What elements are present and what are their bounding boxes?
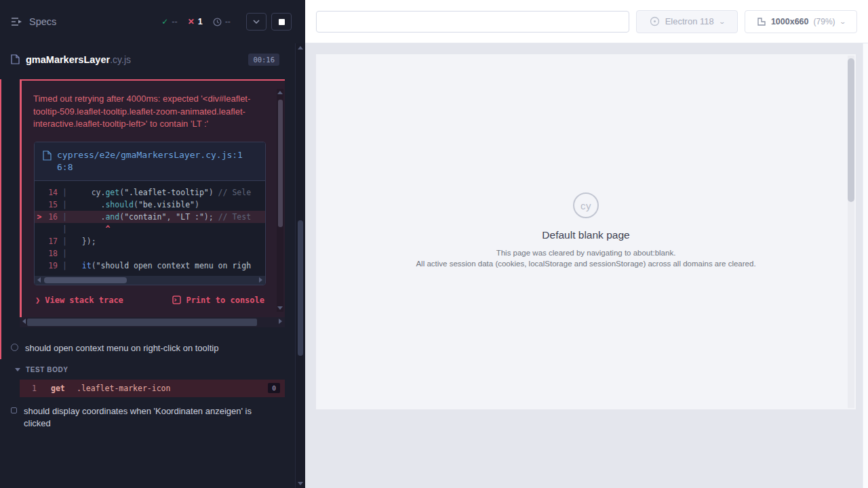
code-file-icon xyxy=(43,150,52,161)
attempt-scrollbar-thumb[interactable] xyxy=(27,319,257,326)
code-frame-header: cypress/e2e/gmaMarkersLayer.cy.js:16:8 xyxy=(35,142,265,181)
code-lines: 14| cy.get(".leaflet-tooltip") // Sele15… xyxy=(35,181,265,273)
error-scrollbar-thumb[interactable] xyxy=(278,100,283,227)
blank-page-description-1: This page was cleared by navigating to a… xyxy=(316,249,856,257)
error-footer: ❯ View stack trace Print to console xyxy=(33,285,275,312)
stat-failed: ✕ 1 xyxy=(188,17,203,26)
test-stats: ✓ -- ✕ 1 -- xyxy=(161,17,231,26)
command-log-row[interactable]: 1 get .leaflet-marker-icon 0 xyxy=(20,380,285,397)
code-file-link[interactable]: cypress/e2e/gmaMarkersLayer.cy.js:16:8 xyxy=(57,149,244,174)
scroll-up-arrow[interactable] xyxy=(277,91,283,94)
reporter-scrollbar[interactable] xyxy=(295,43,305,488)
browser-label: Electron 118 xyxy=(665,16,714,26)
code-scrollbar-thumb[interactable] xyxy=(44,277,127,283)
stack-link-label: View stack trace xyxy=(45,296,123,305)
scroll-left-arrow[interactable] xyxy=(22,319,26,324)
blank-page-content: cy Default blank page This page was clea… xyxy=(316,192,856,268)
view-stack-trace-link[interactable]: ❯ View stack trace xyxy=(35,296,123,305)
scroll-down-arrow[interactable] xyxy=(298,482,303,485)
blank-page-title: Default blank page xyxy=(316,229,856,241)
stop-button[interactable] xyxy=(271,13,292,30)
failed-test-indicator-strip xyxy=(0,79,1,359)
code-horizontal-scrollbar[interactable] xyxy=(35,276,265,285)
aut-scrollbar[interactable] xyxy=(848,56,854,408)
runner-header: Electron 118 ⌄ 1000x660 (79%) ⌄ xyxy=(305,0,868,43)
chevron-down-icon: ⌄ xyxy=(839,18,846,25)
chevron-down-icon xyxy=(15,368,20,371)
stat-passed: ✓ -- xyxy=(161,17,177,26)
aut-scrollbar-thumb[interactable] xyxy=(848,58,854,202)
command-method: get xyxy=(51,384,77,393)
spec-file-icon xyxy=(11,54,20,64)
scroll-up-arrow[interactable] xyxy=(298,46,303,49)
specs-list-icon xyxy=(11,17,22,26)
test-running-icon xyxy=(11,344,18,351)
test-item-running[interactable]: should open context menu on right-click … xyxy=(0,337,305,360)
code-line: 15| .should("be.visible") xyxy=(35,199,265,211)
failed-count: 1 xyxy=(198,17,203,26)
spec-name-main: gmaMarkersLayer xyxy=(26,54,110,65)
scroll-right-arrow[interactable] xyxy=(279,319,282,324)
test-pending-icon xyxy=(11,407,17,413)
runner-panel: Electron 118 ⌄ 1000x660 (79%) ⌄ cy Defau… xyxy=(305,0,868,488)
scroll-right-arrow[interactable] xyxy=(259,277,262,283)
collapse-toggle-button[interactable] xyxy=(246,13,267,30)
code-frame: cypress/e2e/gmaMarkersLayer.cy.js:16:8 1… xyxy=(34,142,266,285)
test-item-pending[interactable]: should display coordinates when 'Koordin… xyxy=(0,397,305,435)
scroll-left-arrow[interactable] xyxy=(37,277,41,283)
blank-page-description-2: All active session data (cookies, localS… xyxy=(316,260,856,268)
stop-icon xyxy=(279,19,285,25)
viewport-select[interactable]: 1000x660 (79%) ⌄ xyxy=(745,10,857,33)
spec-duration-badge: 00:16 xyxy=(248,54,279,66)
code-line: 14| cy.get(".leaflet-tooltip") // Sele xyxy=(35,186,265,199)
code-line: 19| it("should open context menu on righ xyxy=(35,260,265,272)
test-title: should display coordinates when 'Koordin… xyxy=(24,405,262,430)
reporter-header: Specs ✓ -- ✕ 1 -- xyxy=(0,0,305,43)
command-count-badge: 0 xyxy=(268,383,280,393)
url-input[interactable] xyxy=(316,11,629,33)
test-body-section-header[interactable]: TEST BODY xyxy=(0,360,305,378)
runner-body: cy Default blank page This page was clea… xyxy=(305,43,868,488)
cypress-reporter: Specs ✓ -- ✕ 1 -- xyxy=(0,0,305,488)
code-line: 17| }); xyxy=(35,235,265,247)
spec-header[interactable]: gmaMarkersLayer.cy.js 00:16 xyxy=(0,43,305,75)
pending-count: -- xyxy=(225,17,231,26)
x-icon: ✕ xyxy=(188,17,195,26)
error-message: Timed out retrying after 4000ms: expecte… xyxy=(33,93,275,131)
window-scrollbar-strip[interactable] xyxy=(863,43,868,488)
specs-menu-button[interactable]: Specs xyxy=(11,16,56,27)
passed-count: -- xyxy=(172,17,177,26)
viewport-size: 1000x660 xyxy=(771,17,809,26)
code-line: | ^ xyxy=(35,223,265,235)
reporter-scrollbar-thumb[interactable] xyxy=(298,220,303,356)
stack-chevron-icon: ❯ xyxy=(35,296,40,305)
clock-icon xyxy=(213,18,222,26)
console-icon xyxy=(172,296,181,304)
error-vertical-scrollbar[interactable] xyxy=(277,89,283,312)
chevron-down-icon: ⌄ xyxy=(718,18,726,25)
spec-name-ext: .cy.js xyxy=(110,54,131,65)
test-title: should open context menu on right-click … xyxy=(25,342,218,354)
stat-pending: -- xyxy=(213,17,231,26)
command-message: .leaflet-marker-icon xyxy=(77,384,170,393)
code-line: 18| xyxy=(35,247,265,260)
check-icon: ✓ xyxy=(161,17,168,26)
print-button-label: Print to console xyxy=(186,296,264,305)
spec-name: gmaMarkersLayer.cy.js xyxy=(26,54,131,66)
aut-frame: cy Default blank page This page was clea… xyxy=(316,54,856,409)
viewport-ruler-icon xyxy=(757,17,766,26)
error-attempt-panel: Timed out retrying after 4000ms: expecte… xyxy=(20,79,285,317)
test-body-label: TEST BODY xyxy=(26,366,68,373)
print-to-console-button[interactable]: Print to console xyxy=(172,296,264,305)
electron-browser-icon xyxy=(650,16,660,26)
cypress-logo: cy xyxy=(573,192,599,218)
specs-label: Specs xyxy=(29,16,56,27)
attempt-horizontal-scrollbar[interactable] xyxy=(20,317,285,327)
test-list: should open context menu on right-click … xyxy=(0,337,305,435)
code-line: >16| .and("contain", "LT :"); // Test xyxy=(35,211,265,223)
viewport-scale: (79%) xyxy=(814,17,835,26)
scroll-down-arrow[interactable] xyxy=(277,306,283,310)
chevron-down-icon xyxy=(253,20,260,24)
browser-select[interactable]: Electron 118 ⌄ xyxy=(636,10,738,33)
command-number: 1 xyxy=(32,384,51,393)
